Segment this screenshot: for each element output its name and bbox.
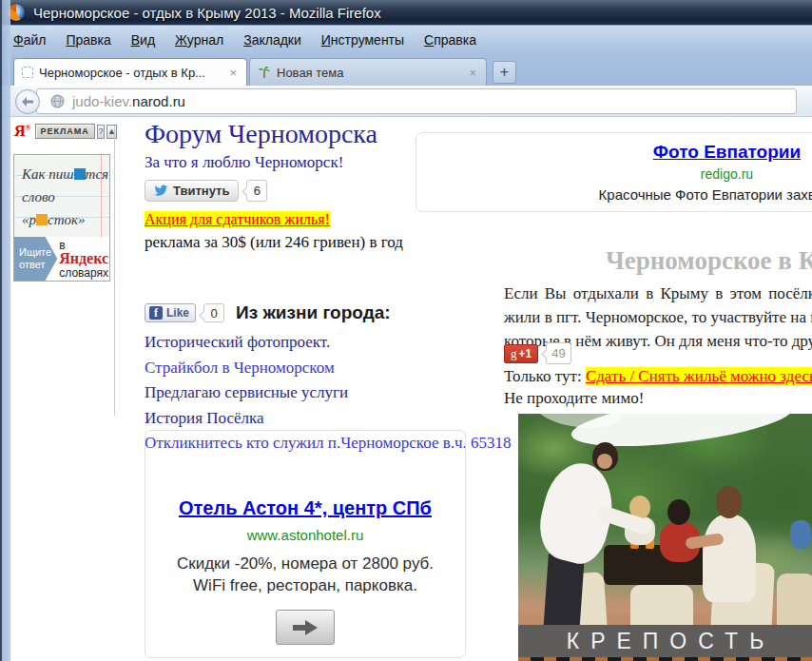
background-person: [790, 520, 811, 549]
tab-label: Новая тема: [277, 66, 461, 80]
reklama-button[interactable]: РЕКЛАМА: [35, 124, 95, 139]
tab-close-icon[interactable]: ×: [467, 66, 478, 80]
address-bar[interactable]: judo-kiev. narod.ru: [36, 88, 797, 114]
menu-item-file[interactable]: Файл: [13, 32, 46, 48]
ad-next-button[interactable]: [276, 610, 335, 645]
tweet-count: 6: [246, 180, 267, 202]
hotel-ad-box: Отель Астон 4*, центр СПб www.astonhotel…: [145, 430, 466, 658]
rent-offer-line: Только тут: Сдать / Снять жильё можно зд…: [504, 367, 812, 386]
hidden-letter-orange-square: [36, 214, 48, 225]
promo-line: Акция для сдатчиков жилья!: [145, 211, 506, 228]
hidden-letter-blue-square: [74, 168, 86, 180]
yandex-brand-text: в Яндекс словарях: [57, 239, 109, 280]
section-title: Из жизни города:: [236, 302, 391, 323]
waiter-face: [597, 454, 612, 469]
clipped-text-strip: [518, 657, 812, 661]
quiz-text: Как пиштся слово «рсток»: [14, 155, 109, 231]
palm-favicon-icon: [258, 66, 271, 79]
tab-close-icon[interactable]: ×: [227, 66, 239, 80]
yandex-logo-icon: Я®: [14, 123, 31, 140]
woman-white-dress: [703, 515, 756, 602]
url-subdomain: judo-kiev.: [72, 93, 132, 109]
new-tab-button[interactable]: +: [493, 61, 516, 84]
outro-text: Не проходите мимо!: [504, 389, 644, 408]
twitter-bird-icon: [154, 185, 168, 197]
woman-dark-head: [667, 499, 690, 525]
hotel-ad-link[interactable]: Отель Астон 4*, центр СПб: [145, 497, 465, 519]
tab-bar: Черноморское - отдых в Кр... × Новая тем…: [0, 54, 812, 86]
menu-item-help[interactable]: Справка: [424, 32, 476, 48]
tab-new-topic[interactable]: Новая тема ×: [249, 58, 487, 86]
menu-item-edit[interactable]: Правка: [66, 32, 110, 48]
plusone-count: 49: [546, 342, 570, 364]
ad-collapse-button[interactable]: ▲: [106, 125, 117, 139]
google-g-icon: g: [511, 346, 517, 361]
navigation-bar: judo-kiev. narod.ru: [0, 86, 812, 117]
tab-chernomorskoe[interactable]: Черноморское - отдых в Кр... ×: [13, 58, 247, 86]
link-services[interactable]: Предлагаю сервисные услуги: [145, 380, 506, 406]
link-photo-project[interactable]: Исторический фотопроект.: [145, 330, 506, 356]
menu-item-bookmarks[interactable]: Закладки: [243, 32, 301, 48]
facebook-icon: f: [149, 306, 163, 320]
watermark-heading: Черноморское в К: [606, 246, 812, 276]
page-content: Я® РЕКЛАМА ? ▲ Как пиштся слово «рсток» …: [10, 118, 812, 661]
rent-offer-link[interactable]: Сдать / Снять жильё можно здесь: [586, 367, 812, 385]
photo-ad-link[interactable]: Фото Евпатории: [416, 142, 812, 163]
ad-help-button[interactable]: ?: [97, 125, 105, 139]
globe-icon: [50, 94, 65, 108]
cafe-photo[interactable]: КРЕПОСТЬ: [518, 414, 812, 661]
menu-item-tools[interactable]: Инструменты: [321, 32, 404, 48]
back-arrow-icon: [21, 96, 34, 107]
right-arrow-icon: [293, 620, 318, 635]
menu-item-history[interactable]: Журнал: [175, 32, 223, 48]
photo-ad-box: Фото Евпатории redigo.ru Красочные Фото …: [416, 132, 812, 212]
tweet-button[interactable]: Твитнуть: [145, 180, 239, 202]
url-domain: narod.ru: [132, 93, 185, 109]
link-strikeball[interactable]: Страйкбол в Черноморском: [145, 356, 506, 381]
menu-bar: Файл Правка Вид Журнал Закладки Инструме…: [0, 25, 812, 54]
yandex-cta-banner[interactable]: Ищите ответ в Яндекс словарях: [14, 237, 109, 281]
woman-brunette-head: [716, 486, 742, 518]
photo-ad-description: Красочные Фото Евпатории захватыва: [416, 186, 812, 203]
facebook-like-button[interactable]: f Like: [145, 303, 196, 322]
ad-frame-divider: [114, 126, 115, 416]
promo-subtext: реклама за 30$ (или 246 гривен) в год: [145, 233, 506, 252]
hotel-ad-description: Скидки -20%, номера от 2800 руб. WiFi fr…: [145, 553, 465, 596]
promo-link[interactable]: Акция для сдатчиков жилья!: [145, 211, 330, 227]
like-widget: f Like 0 Из жизни города:: [145, 302, 506, 323]
cta-arrow-shape: Ищите ответ: [14, 237, 57, 281]
window-border-blue: [2, 0, 10, 661]
yandex-ad-header: Я® РЕКЛАМА ? ▲: [14, 122, 117, 141]
photo-caption: КРЕПОСТЬ: [555, 629, 776, 654]
window-title: Черноморское - отдых в Крыму 2013 - Mozi…: [33, 5, 381, 21]
tab-label: Черноморское - отдых в Кр...: [39, 66, 222, 80]
yandex-wordmark: Яндекс: [59, 250, 108, 266]
plusone-widget: g +1 49: [504, 342, 571, 364]
link-history[interactable]: История Посёлка: [145, 406, 506, 432]
empty-favicon-icon: [22, 67, 33, 78]
photo-caption-band: КРЕПОСТЬ: [518, 625, 812, 657]
google-plusone-button[interactable]: g +1: [504, 344, 538, 363]
like-count: 0: [203, 303, 224, 322]
photo-ad-url: redigo.ru: [416, 166, 812, 182]
back-button[interactable]: [15, 89, 40, 114]
hotel-ad-url: www.astonhotel.ru: [145, 527, 465, 543]
window-titlebar: Черноморское - отдых в Крыму 2013 - Mozi…: [0, 0, 812, 25]
menu-item-view[interactable]: Вид: [131, 32, 155, 48]
yandex-quiz-ad[interactable]: Как пиштся слово «рсток» Ищите ответ в Я…: [13, 154, 110, 282]
